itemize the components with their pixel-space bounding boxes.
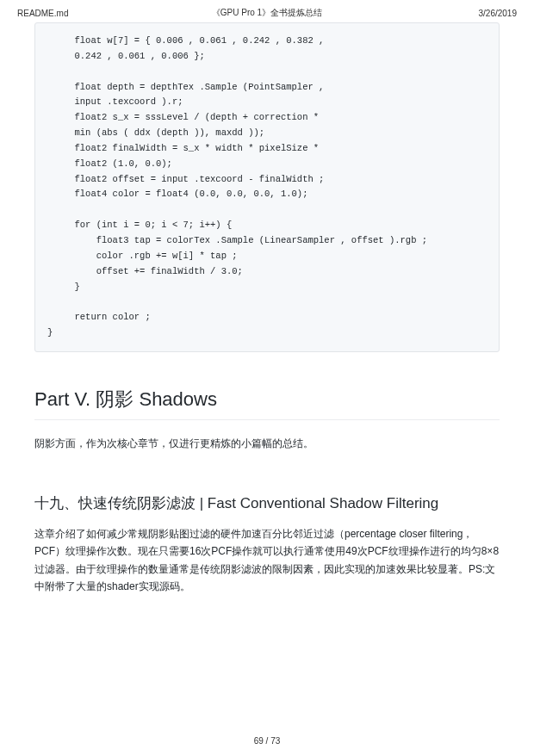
- chapter-heading: 十九、快速传统阴影滤波 | Fast Conventional Shadow F…: [34, 493, 500, 513]
- page-number: 69 / 73: [254, 736, 281, 746]
- chapter-body: 这章介绍了如何减少常规阴影贴图过滤的硬件加速百分比邻近过滤（percentage…: [34, 525, 500, 596]
- part-intro: 阴影方面，作为次核心章节，仅进行更精炼的小篇幅的总结。: [34, 436, 500, 452]
- page-footer: 69 / 73: [0, 736, 534, 746]
- header-date: 3/26/2019: [351, 9, 517, 18]
- header-file: README.md: [17, 9, 183, 18]
- code-block: float w[7] = { 0.006 , 0.061 , 0.242 , 0…: [34, 22, 500, 352]
- header-title: 《GPU Pro 1》全书提炼总结: [183, 7, 350, 19]
- part-heading: Part V. 阴影 Shadows: [34, 387, 500, 420]
- page-content: float w[7] = { 0.006 , 0.061 , 0.242 , 0…: [0, 22, 534, 596]
- page-header: README.md 《GPU Pro 1》全书提炼总结 3/26/2019: [0, 0, 534, 22]
